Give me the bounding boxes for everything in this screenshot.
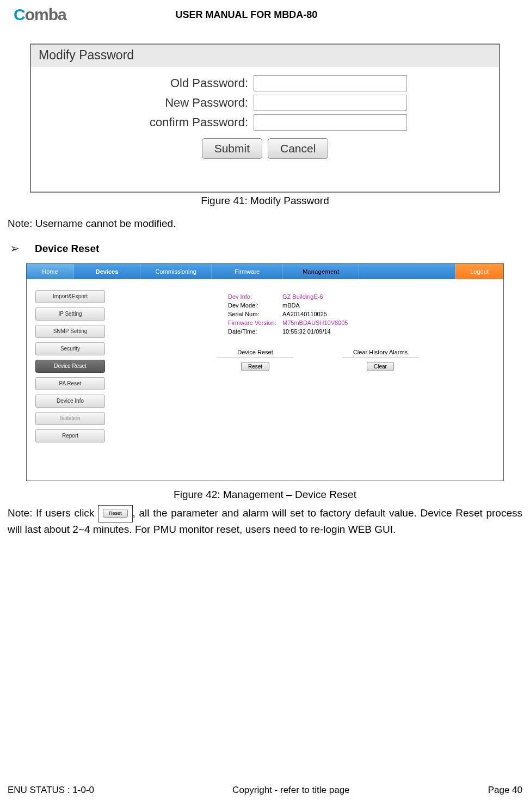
info-label-devinfo: Dev Info: — [228, 293, 282, 300]
nav-commissioning[interactable]: Commissioning — [140, 264, 212, 279]
clear-alarms-column: Clear History Alarms Clear — [342, 349, 418, 371]
new-password-label: New Password: — [123, 96, 254, 110]
info-value-datetime: 10:55:32 01/09/14 — [282, 328, 331, 335]
info-value-firmware: M75mBDAUSH10V8005 — [282, 319, 348, 326]
nav-bar: Home Devices Commissioning Firmware Mana… — [27, 264, 503, 279]
figure-41: Modify Password Old Password: New Passwo… — [30, 44, 500, 193]
info-label-serial: Serial Num: — [228, 311, 282, 317]
bullet-arrow-icon: ➢ — [10, 242, 20, 256]
sidebar-report[interactable]: Report — [35, 429, 105, 442]
figure-41-caption: Figure 41: Modify Password — [5, 195, 525, 207]
nav-spacer — [359, 264, 455, 279]
confirm-password-label: confirm Password: — [123, 115, 254, 130]
confirm-password-input[interactable] — [254, 114, 407, 131]
new-password-input[interactable] — [254, 95, 407, 111]
nav-firmware[interactable]: Firmware — [212, 264, 283, 279]
old-password-label: Old Password: — [123, 76, 254, 90]
info-label-devmodel: Dev Model: — [228, 302, 282, 309]
sidebar-security[interactable]: Security — [35, 342, 105, 355]
main-panel: Dev Info: GZ BuildingE-6 Dev Model: mBDA… — [114, 279, 503, 481]
page-footer: ENU STATUS : 1-0-0 Copyright - refer to … — [8, 785, 522, 796]
old-password-input[interactable] — [254, 75, 407, 91]
info-label-datetime: Date/Time: — [228, 328, 282, 335]
note-username: Note: Username cannot be modified. — [8, 217, 522, 231]
info-value-serial: AA20140110025 — [282, 311, 327, 317]
page-header: Comba USER MANUAL FOR MBDA-80 — [5, 5, 525, 27]
cancel-button[interactable]: Cancel — [268, 138, 328, 159]
device-reset-heading: ➢ Device Reset — [10, 242, 525, 256]
footer-left: ENU STATUS : 1-0-0 — [8, 785, 94, 796]
info-value-devinfo: GZ BuildingE-6 — [282, 293, 323, 300]
reset-button[interactable]: Reset — [241, 362, 269, 371]
info-row: Date/Time: 10:55:32 01/09/14 — [228, 328, 492, 335]
doc-title: USER MANUAL FOR MBDA-80 — [0, 9, 525, 21]
clear-alarms-title: Clear History Alarms — [342, 349, 418, 358]
submit-button[interactable]: Submit — [202, 138, 262, 159]
footer-right: Page 40 — [488, 785, 522, 796]
device-reset-column: Device Reset Reset — [217, 349, 293, 371]
sidebar-isolation[interactable]: Isolation — [35, 412, 105, 425]
info-row: Dev Info: GZ BuildingE-6 — [228, 293, 492, 300]
inline-reset-button[interactable]: Reset — [103, 509, 128, 518]
info-value-devmodel: mBDA — [282, 302, 300, 309]
sidebar: Import&Export IP Setting SNMP Setting Se… — [27, 279, 114, 481]
nav-management[interactable]: Management — [283, 264, 359, 279]
footer-center: Copyright - refer to title page — [232, 785, 349, 796]
nav-home[interactable]: Home — [27, 264, 74, 279]
info-label-firmware: Firmware Version: — [228, 319, 282, 326]
sidebar-device-reset[interactable]: Device Reset — [35, 360, 105, 373]
figure-42: Home Devices Commissioning Firmware Mana… — [26, 263, 504, 481]
sidebar-import-export[interactable]: Import&Export — [35, 290, 105, 303]
note-reset: Note: If users click Reset, all the para… — [8, 505, 522, 537]
modify-password-body: Old Password: New Password: confirm Pass… — [31, 66, 499, 192]
nav-logout[interactable]: Logout — [455, 264, 503, 279]
sidebar-snmp-setting[interactable]: SNMP Setting — [35, 325, 105, 338]
info-row: Serial Num: AA20140110025 — [228, 311, 492, 317]
nav-devices[interactable]: Devices — [74, 264, 140, 279]
sidebar-pa-reset[interactable]: PA Reset — [35, 377, 105, 390]
info-row: Firmware Version: M75mBDAUSH10V8005 — [228, 319, 492, 326]
inline-reset-button-wrap: Reset — [98, 505, 133, 523]
modify-password-title: Modify Password — [31, 45, 499, 66]
sidebar-ip-setting[interactable]: IP Setting — [35, 307, 105, 321]
device-reset-title: Device Reset — [217, 349, 293, 358]
figure-42-caption: Figure 42: Management – Device Reset — [5, 489, 525, 501]
sidebar-device-info[interactable]: Device Info — [35, 395, 105, 408]
bullet-text: Device Reset — [35, 243, 99, 255]
note2-prefix: Note: If users click — [8, 507, 94, 519]
clear-button[interactable]: Clear — [367, 362, 394, 371]
info-row: Dev Model: mBDA — [228, 302, 492, 309]
